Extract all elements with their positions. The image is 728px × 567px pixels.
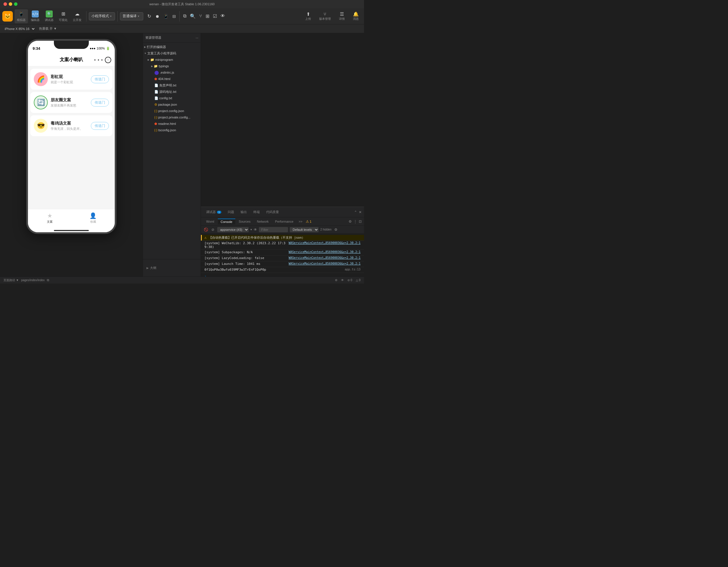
- eye-icon2[interactable]: 👁: [341, 279, 344, 282]
- toolbar-editor[interactable]: </> 编辑器: [29, 9, 42, 23]
- dock-icon[interactable]: ⊡: [359, 220, 362, 224]
- card-chicken[interactable]: 😎 毒鸡汤文案 学海无涯，回头是岸。 传送门: [30, 115, 112, 136]
- chevron-up-icon[interactable]: ⌃: [354, 210, 357, 214]
- subpackages-source-link[interactable]: WAServiceMainContext…856900036&v=2.30.2:…: [289, 250, 361, 254]
- output-tab[interactable]: 输出: [238, 209, 250, 216]
- user-avatar[interactable]: 🐱: [2, 11, 13, 22]
- launch-source-link[interactable]: WAServiceMainContext…856900036&v=2.30.2:…: [289, 262, 361, 265]
- lazy-source-link[interactable]: WAServiceMainContext…856900036&v=2.30.2:…: [289, 256, 361, 259]
- device-select[interactable]: iPhone X 85% 16: [2, 26, 36, 31]
- source-root-section[interactable]: ▼ 文案工具小程序源码: [143, 50, 201, 57]
- folder-miniprogram[interactable]: ▶ 📁 miniprogram: [143, 57, 201, 63]
- console-filter-input[interactable]: [259, 227, 288, 232]
- eye-icon[interactable]: 👁: [220, 13, 225, 19]
- toolbar-right: ⬆ 上传 ⑂ 版本管理 ☰ 详情 🔔 消息: [302, 10, 362, 22]
- warn-icon: ⚠: [204, 236, 206, 240]
- tab-network[interactable]: Network: [254, 219, 271, 224]
- problems-tab[interactable]: 问题: [225, 209, 237, 216]
- hot-reload-toggle[interactable]: 热重载 开 ▼: [37, 26, 59, 31]
- context-select[interactable]: appservice (#3): [217, 227, 249, 232]
- file-config-txt[interactable]: 📄 config.txt: [143, 95, 201, 101]
- folder-typings[interactable]: ▶ 📁 typings: [143, 63, 201, 69]
- terminal-tab[interactable]: 终端: [250, 209, 263, 216]
- bottom-nav-wrapper: ★ 文案 👤 收藏: [28, 209, 115, 232]
- check-icon[interactable]: ☑: [213, 13, 217, 19]
- tsconfig-label: tsconfig.json: [158, 128, 176, 132]
- phone-time: 9:34: [33, 46, 40, 51]
- record-button[interactable]: ⏺: [154, 13, 160, 20]
- card-rainbow[interactable]: 🌈 彩虹屁 就是一个彩虹屁 传送门: [30, 69, 112, 90]
- path-label[interactable]: 页面路径 ▼: [3, 278, 19, 283]
- folder-arrow-icon: ▶: [148, 59, 149, 61]
- close-button[interactable]: [3, 2, 7, 6]
- toolbar-simulator[interactable]: 📱 模拟器: [15, 9, 28, 23]
- file-source-url[interactable]: 📄 源码地址.txt: [143, 89, 201, 95]
- tab-sources[interactable]: Sources: [236, 219, 253, 224]
- phone-icon: 📱: [163, 14, 168, 19]
- file-project-config[interactable]: {·} project.config.json: [143, 108, 201, 114]
- debug-tab-bar: 调试器 1 问题 输出 终端 代码质量 ⌃ ✕: [201, 207, 364, 218]
- settings-icon[interactable]: ⚙: [349, 220, 352, 224]
- json-icon3: {·}: [154, 116, 157, 119]
- panel-close-icon[interactable]: ✕: [359, 210, 362, 214]
- file-readme[interactable]: ⬟ readme.html: [143, 121, 201, 127]
- card-btn-rainbow[interactable]: 传送门: [91, 75, 109, 83]
- eye-toggle-button[interactable]: 👁: [254, 228, 257, 232]
- maximize-button[interactable]: [14, 2, 17, 6]
- card-btn-chicken[interactable]: 传送门: [91, 122, 109, 130]
- console-prompt: ›: [201, 273, 364, 277]
- more-tabs-button[interactable]: >>: [297, 219, 304, 224]
- copy-icon[interactable]: ⧉: [183, 13, 186, 19]
- file-eslintrc[interactable]: ⬤ .eslintrc.js: [143, 69, 201, 76]
- hidden-settings-icon[interactable]: ⚙: [333, 227, 338, 232]
- file-project-private[interactable]: {·} project.private.config...: [143, 114, 201, 121]
- upload-button[interactable]: ⬆ 上传: [302, 10, 314, 22]
- hidden-count-label: 2 hidden: [320, 228, 331, 231]
- outline-section[interactable]: ▶ 大纲: [143, 259, 201, 277]
- nav-item-wengan[interactable]: ★ 文案: [28, 212, 71, 224]
- compile-select[interactable]: 普通编译 ▾: [120, 12, 143, 20]
- branch-icon[interactable]: ⑂: [199, 13, 202, 19]
- detail-button[interactable]: ☰ 详情: [336, 10, 348, 22]
- overflow-icon[interactable]: ⋮: [354, 220, 357, 224]
- split-button[interactable]: ⊟: [171, 13, 177, 20]
- grid-icon[interactable]: ⊞: [206, 13, 209, 19]
- card-btn-friends[interactable]: 传送门: [91, 99, 109, 107]
- minimize-button[interactable]: [9, 2, 12, 6]
- clear-console-button[interactable]: 🚫: [203, 227, 208, 232]
- settings-icon2[interactable]: ⚙: [335, 279, 338, 282]
- file-disclaimer[interactable]: 📄 免责声明.txt: [143, 82, 201, 89]
- file-404[interactable]: ⬟ 404.html: [143, 76, 201, 82]
- levels-select[interactable]: Default levels: [290, 227, 319, 232]
- mode-select[interactable]: 小程序模式 ▾: [89, 12, 115, 20]
- card-friends[interactable]: 🔄 朋友圈文案 发朋友圈不再发愁 传送门: [30, 92, 112, 113]
- file-panel-header: 资源管理器 ···: [143, 33, 201, 43]
- copy-path-icon[interactable]: ⧉: [47, 278, 49, 282]
- explorer-menu-icon[interactable]: ···: [196, 36, 198, 40]
- tab-wxml[interactable]: Wxml: [203, 219, 217, 224]
- debugger-tab-count: 1: [217, 211, 221, 214]
- nav-item-favorites[interactable]: 👤 收藏: [71, 212, 115, 224]
- code-quality-tab[interactable]: 代码质量: [263, 209, 282, 216]
- file-tsconfig[interactable]: {·} tsconfig.json: [143, 127, 201, 133]
- version-icon: ⑂: [324, 12, 326, 17]
- open-editors-section[interactable]: ▶ 打开的编辑器: [143, 44, 201, 50]
- toolbar-debugger[interactable]: 🔍 调试器: [43, 9, 56, 23]
- debugger-tab[interactable]: 调试器 1: [203, 209, 224, 216]
- message-button[interactable]: 🔔 消息: [350, 10, 362, 22]
- phone-button[interactable]: 📱: [162, 13, 169, 20]
- search-icon[interactable]: 🔍: [190, 13, 196, 19]
- tab-performance[interactable]: Performance: [272, 219, 296, 224]
- refresh-button[interactable]: ↻: [146, 12, 152, 20]
- version-button[interactable]: ⑂ 版本管理: [316, 10, 334, 22]
- typings-arrow-icon: ▶: [151, 65, 153, 68]
- file-package-json[interactable]: ⚙ package.json: [143, 101, 201, 108]
- right-area: 调试器 1 问题 输出 终端 代码质量 ⌃ ✕: [201, 33, 364, 277]
- filter-toggle-button[interactable]: ⊘: [210, 227, 215, 232]
- tab-console[interactable]: Console: [218, 219, 235, 225]
- toolbar-cloud[interactable]: ☁ 云开发: [70, 9, 84, 23]
- devtools-warnings: ⚠ 1: [306, 220, 311, 224]
- toolbar-visual[interactable]: ⊞ 可视化: [56, 9, 70, 23]
- wechatlib-source-link[interactable]: WAServiceMainContext…856900036&v=2.30.2:…: [289, 241, 361, 245]
- window-controls[interactable]: [3, 2, 17, 6]
